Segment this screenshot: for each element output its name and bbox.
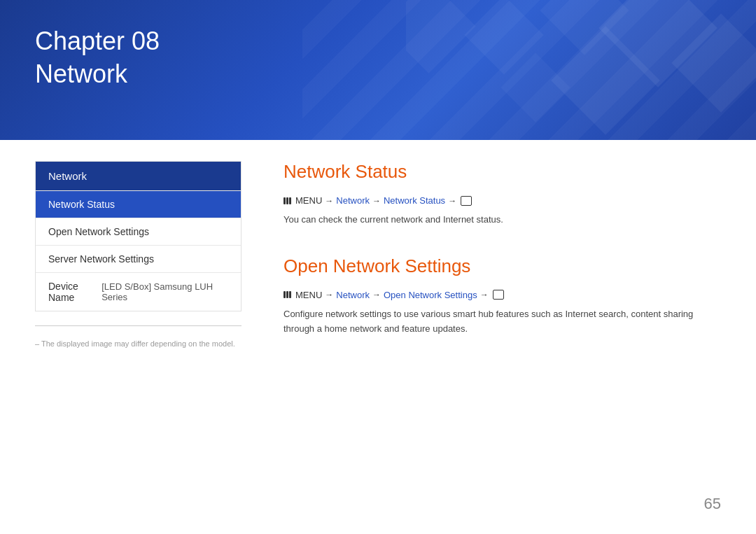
page-number: 65 bbox=[704, 495, 721, 513]
sidebar-item-network-status[interactable]: Network Status bbox=[36, 190, 241, 218]
sidebar-item-server-network-settings[interactable]: Server Network Settings bbox=[36, 245, 241, 272]
sidebar: Network Network Status Open Network Sett… bbox=[35, 161, 241, 364]
arrow-icon-6: → bbox=[480, 290, 489, 300]
section-network-status: Network Status MENU → Network → Network … bbox=[284, 161, 721, 227]
arrow-icon-1: → bbox=[325, 196, 333, 206]
chapter-label: Chapter 08 bbox=[35, 25, 160, 58]
breadcrumb-network-status: MENU → Network → Network Status → bbox=[284, 195, 721, 206]
arrow-icon-5: → bbox=[372, 290, 381, 300]
menu-icon bbox=[284, 197, 291, 204]
sidebar-header: Network bbox=[36, 162, 241, 190]
sidebar-menu: Network Network Status Open Network Sett… bbox=[35, 161, 241, 311]
chapter-topic: Network bbox=[35, 58, 160, 91]
section-title-open-network-settings: Open Network Settings bbox=[284, 255, 721, 277]
breadcrumb-network-link: Network bbox=[336, 195, 370, 206]
sidebar-item-device-name[interactable]: Device Name [LED S/Box] Samsung LUH Seri… bbox=[36, 272, 241, 311]
breadcrumb-open-network-settings: MENU → Network → Open Network Settings → bbox=[284, 290, 721, 300]
menu-icon-2 bbox=[284, 291, 291, 298]
sidebar-item-open-network-settings[interactable]: Open Network Settings bbox=[36, 218, 241, 245]
enter-icon-1 bbox=[461, 196, 472, 206]
breadcrumb-open-network-link: Open Network Settings bbox=[384, 290, 477, 300]
sidebar-note-text: – The displayed image may differ dependi… bbox=[35, 339, 235, 348]
section-desc-network-status: You can check the current network and In… bbox=[284, 213, 721, 227]
decorative-diamonds bbox=[406, 0, 756, 140]
sidebar-header-label: Network bbox=[48, 170, 87, 182]
section-title-network-status: Network Status bbox=[284, 161, 721, 183]
breadcrumb-network-link-2: Network bbox=[336, 290, 370, 300]
device-name-value: [LED S/Box] Samsung LUH Series bbox=[102, 281, 228, 302]
arrow-icon-4: → bbox=[325, 290, 333, 300]
section-desc-open-network-settings: Configure network settings to use variou… bbox=[284, 307, 721, 337]
arrow-icon-3: → bbox=[448, 196, 456, 206]
enter-icon-2 bbox=[493, 290, 504, 300]
breadcrumb-menu-label-2: MENU bbox=[295, 290, 322, 300]
device-name-label: Device Name bbox=[48, 281, 102, 303]
main-content: Network Network Status Open Network Sett… bbox=[0, 140, 756, 385]
sidebar-note: – The displayed image may differ dependi… bbox=[35, 325, 241, 349]
header-banner: Chapter 08 Network bbox=[0, 0, 756, 140]
header-title: Chapter 08 Network bbox=[35, 25, 160, 91]
content-area: Network Status MENU → Network → Network … bbox=[284, 161, 721, 364]
arrow-icon-2: → bbox=[372, 196, 381, 206]
breadcrumb-menu-label: MENU bbox=[295, 195, 322, 206]
section-open-network-settings: Open Network Settings MENU → Network → O… bbox=[284, 255, 721, 337]
breadcrumb-network-status-link: Network Status bbox=[384, 195, 445, 206]
